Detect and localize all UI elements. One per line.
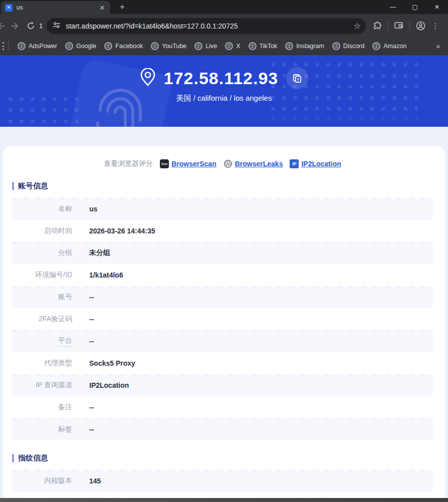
info-row: 账号 --: [12, 286, 433, 308]
bookmark-label: Instagram: [296, 43, 324, 50]
screen-search-icon[interactable]: [391, 19, 406, 34]
account-info-title: 账号信息: [18, 181, 48, 191]
bookmark-star-icon[interactable]: ☆: [354, 21, 361, 31]
reload-icon[interactable]: [23, 19, 38, 34]
row-value: Socks5 Proxy: [89, 359, 135, 367]
bookmark-label: Discord: [343, 43, 364, 50]
window-bottom-edge: [0, 498, 448, 502]
row-value: 1/k1at4lo6: [89, 271, 123, 279]
account-info-table: 名称 us 启动时间 2026-03-26 14:44:35 分组 未分组 环境…: [12, 198, 433, 440]
section-accent-bar: [12, 182, 14, 190]
browserscan-label[interactable]: BrowserScan: [171, 160, 216, 168]
browserleaks-label[interactable]: BrowserLeaks: [235, 160, 283, 168]
bookmark-label: YouTube: [162, 43, 186, 50]
browser-score-bar: 查看浏览器评分 Scan BrowserScan BrowserLeaks IP…: [12, 159, 433, 168]
bookmark-item[interactable]: Discord: [328, 40, 368, 52]
row-value: 145: [89, 477, 101, 485]
section-accent-bar: [12, 454, 14, 462]
bookmark-item[interactable]: TikTok: [245, 40, 282, 52]
info-row: 代理类型 Socks5 Proxy: [12, 352, 433, 374]
bookmark-item[interactable]: AdsPower: [14, 40, 61, 52]
info-row: 平台 --: [12, 330, 433, 352]
site-info-icon[interactable]: [53, 21, 61, 31]
row-label: 账号: [12, 293, 72, 302]
row-label: 代理类型: [12, 359, 72, 368]
row-value: --: [89, 403, 94, 411]
info-row: 内核版本 145: [12, 470, 433, 492]
menu-icon[interactable]: ⋮: [428, 19, 443, 34]
bookmark-item[interactable]: X: [221, 40, 244, 52]
location-pin-icon: [140, 68, 156, 88]
adspower-favicon-icon: ✕: [5, 4, 13, 12]
bookmark-item[interactable]: YouTube: [147, 40, 190, 52]
row-label: 分组: [12, 248, 72, 258]
close-button[interactable]: ✕: [426, 0, 448, 14]
info-row: 2FA验证码 --: [12, 308, 433, 330]
address-bar[interactable]: start.adspower.net/?id=k1at4lo6&host=127…: [47, 18, 366, 34]
fingerprint-info-header: 指纹信息: [12, 453, 433, 463]
minimize-button[interactable]: —: [382, 0, 404, 14]
browserscan-link[interactable]: Scan BrowserScan: [160, 159, 216, 168]
bookmark-label: Amazon: [383, 43, 406, 50]
row-value: us: [89, 205, 97, 213]
row-label: 平台: [12, 336, 72, 347]
row-value: --: [89, 425, 94, 433]
url-text[interactable]: start.adspower.net/?id=k1at4lo6&host=127…: [66, 22, 348, 30]
apps-grid-icon[interactable]: [0, 42, 4, 50]
bookmark-label: Google: [76, 43, 96, 50]
row-label: 名称: [12, 204, 72, 213]
row-value: --: [89, 337, 94, 345]
maximize-button[interactable]: ▢: [404, 0, 426, 14]
bookmarks-list: AdsPower Google Facebook YouTube: [14, 40, 410, 52]
info-row: 标签 --: [12, 418, 433, 440]
row-label: 备注: [12, 403, 72, 412]
score-bar-label: 查看浏览器评分: [104, 159, 153, 168]
bookmark-item[interactable]: Google: [61, 40, 100, 52]
info-row: IP 查询渠道 IP2Location: [12, 374, 433, 396]
bookmark-item[interactable]: Facebook: [100, 40, 147, 52]
row-value: --: [89, 315, 94, 323]
bookmark-item[interactable]: Live: [190, 40, 221, 52]
page-background: 查看浏览器评分 Scan BrowserScan BrowserLeaks IP…: [0, 127, 448, 502]
account-info-header: 账号信息: [12, 181, 433, 191]
ip2location-label[interactable]: IP2Location: [301, 160, 341, 168]
globe-icon: [225, 42, 233, 50]
globe-icon: [65, 42, 73, 50]
row-label: 环境编号/ID: [12, 271, 72, 280]
forward-icon[interactable]: [8, 19, 23, 34]
globe-icon: [104, 42, 112, 50]
info-row: 启动时间 2026-03-26 14:44:35: [12, 220, 433, 242]
globe-icon: [285, 42, 293, 50]
bookmarks-overflow-chevron[interactable]: »: [432, 42, 444, 50]
new-tab-button[interactable]: +: [116, 2, 128, 12]
profile-serial-number: 1: [39, 22, 43, 30]
browserleaks-link[interactable]: BrowserLeaks: [223, 159, 283, 168]
bookmark-item[interactable]: Instagram: [281, 40, 328, 52]
bookmark-item[interactable]: Amazon: [368, 40, 410, 52]
bookmark-label: Facebook: [115, 43, 143, 50]
fingerprint-info-table: 内核版本 145: [12, 470, 433, 492]
toolbar-separator: [409, 22, 410, 31]
profile-avatar-icon[interactable]: [413, 19, 428, 34]
globe-icon: [194, 42, 202, 50]
info-row: 名称 us: [12, 198, 433, 220]
browser-toolbar: 1 start.adspower.net/?id=k1at4lo6&host=1…: [0, 14, 448, 38]
tab-title: us: [17, 4, 94, 11]
extensions-icon[interactable]: [370, 19, 385, 34]
tab-close-icon[interactable]: ✕: [98, 4, 106, 12]
window-controls: — ▢ ✕: [382, 0, 448, 14]
browser-tab[interactable]: ✕ us ✕: [1, 1, 110, 14]
copy-ip-button[interactable]: [286, 67, 308, 89]
row-label: IP 查询渠道: [12, 381, 72, 390]
public-ip-address: 172.58.112.93: [164, 69, 279, 88]
info-row: 分组 未分组: [12, 242, 433, 264]
profile-info-card: 查看浏览器评分 Scan BrowserScan BrowserLeaks IP…: [3, 146, 445, 502]
back-icon[interactable]: [0, 19, 8, 34]
row-value: 未分组: [89, 248, 110, 258]
ip2location-link[interactable]: IP IP2Location: [290, 159, 341, 168]
row-label: 启动时间: [12, 226, 72, 235]
browserleaks-fingerprint-icon: [223, 159, 233, 168]
row-value: 2026-03-26 14:44:35: [89, 227, 155, 235]
ip2location-icon: IP: [290, 159, 299, 168]
tab-strip: ✕ us ✕ + — ▢ ✕: [0, 0, 448, 14]
